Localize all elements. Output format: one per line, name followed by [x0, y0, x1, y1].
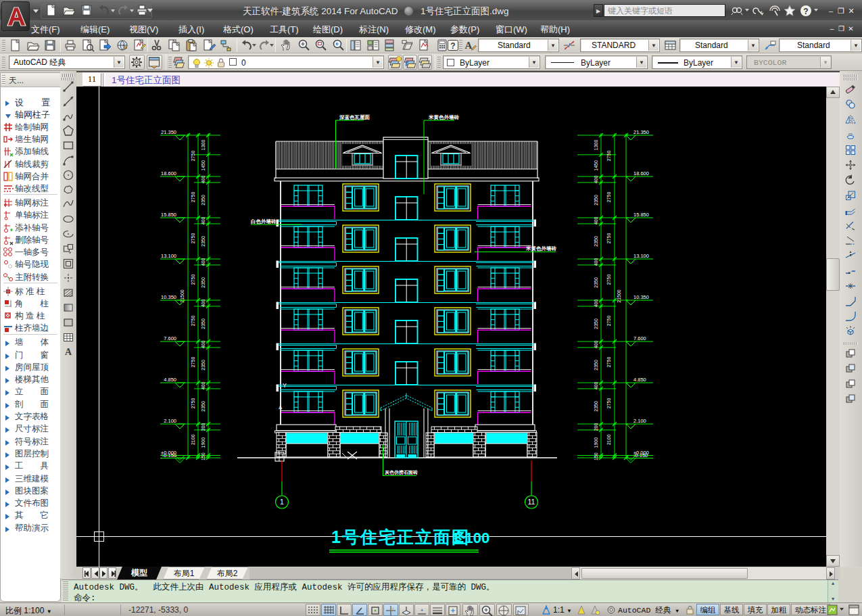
svg-text:2350: 2350: [594, 360, 598, 371]
svg-text:1:100: 1:100: [452, 529, 489, 546]
svg-text:2750: 2750: [191, 398, 195, 409]
svg-text:2750: 2750: [606, 275, 611, 285]
svg-text:18.600: 18.600: [161, 170, 176, 176]
svg-text:A: A: [465, 40, 473, 51]
svg-text:2750: 2750: [191, 316, 195, 327]
svg-text:2750: 2750: [191, 192, 195, 203]
svg-text:米黄色外墙砖: 米黄色外墙砖: [525, 245, 557, 252]
svg-text:2100: 2100: [191, 434, 195, 445]
svg-text:21500: 21500: [617, 289, 621, 303]
svg-text:150: 150: [594, 452, 598, 460]
svg-text:2100: 2100: [606, 434, 611, 445]
svg-text:1900: 1900: [594, 437, 598, 448]
svg-text:400: 400: [594, 300, 598, 308]
svg-text:400: 400: [201, 176, 206, 184]
svg-text:400: 400: [594, 176, 598, 184]
svg-text:400: 400: [594, 382, 598, 390]
svg-text:深蓝色瓦屋面: 深蓝色瓦屋面: [339, 114, 370, 120]
svg-text:2750: 2750: [606, 357, 611, 368]
svg-text:21.350: 21.350: [633, 129, 649, 135]
svg-text:Δ: Δ: [279, 404, 283, 410]
svg-text:2750: 2750: [191, 275, 195, 285]
svg-text:10.350: 10.350: [161, 294, 176, 300]
svg-text:2750: 2750: [191, 357, 195, 368]
svg-text:4.850: 4.850: [164, 377, 176, 383]
svg-text:2350: 2350: [201, 401, 206, 412]
svg-text:2.100: 2.100: [633, 418, 646, 424]
svg-text:21.350: 21.350: [161, 129, 176, 135]
svg-text:400: 400: [201, 300, 206, 308]
svg-text:400: 400: [201, 217, 206, 225]
svg-text:11: 11: [528, 498, 535, 506]
svg-text:200: 200: [201, 423, 206, 431]
svg-text:2350: 2350: [201, 277, 206, 288]
svg-text:150: 150: [201, 452, 206, 460]
svg-text:灰色仿捞石面砖: 灰色仿捞石面砖: [384, 470, 418, 475]
svg-text:2750: 2750: [606, 233, 611, 244]
svg-text:2350: 2350: [594, 401, 598, 412]
svg-text:15.850: 15.850: [633, 212, 649, 218]
svg-text:7.600: 7.600: [633, 335, 646, 341]
svg-text:2350: 2350: [594, 236, 598, 247]
svg-text:-0.150: -0.150: [633, 452, 648, 458]
svg-text:2350: 2350: [594, 318, 598, 329]
svg-text:1450: 1450: [201, 160, 206, 171]
svg-text:7.600: 7.600: [164, 335, 176, 341]
svg-text:?: ?: [450, 41, 455, 51]
svg-text:2350: 2350: [594, 277, 598, 288]
svg-text:400: 400: [201, 341, 206, 349]
svg-text:2750: 2750: [606, 151, 611, 162]
svg-text:1300: 1300: [594, 140, 598, 151]
svg-text:2350: 2350: [201, 195, 206, 206]
svg-text:2350: 2350: [594, 195, 598, 206]
svg-text:400: 400: [594, 217, 598, 225]
svg-text:Y: Y: [283, 382, 287, 389]
svg-text:2750: 2750: [606, 398, 611, 409]
svg-text:2350: 2350: [201, 318, 206, 329]
svg-text:1300: 1300: [201, 140, 206, 151]
svg-text:1450: 1450: [594, 160, 598, 171]
svg-text:1: 1: [280, 498, 284, 506]
svg-text:13.100: 13.100: [633, 253, 649, 259]
svg-text:1900: 1900: [201, 437, 206, 448]
svg-text:2750: 2750: [606, 316, 611, 327]
svg-text:白色外墙砖: 白色外墙砖: [251, 218, 277, 224]
svg-text:2350: 2350: [201, 236, 206, 247]
svg-text:400: 400: [594, 258, 598, 266]
svg-text:米黄色外墙砖: 米黄色外墙砖: [428, 114, 460, 120]
svg-text:400: 400: [594, 341, 598, 349]
svg-text:?: ?: [803, 7, 808, 16]
svg-text:18.600: 18.600: [633, 170, 649, 176]
svg-text:200: 200: [594, 423, 598, 431]
svg-text:2750: 2750: [606, 192, 611, 203]
svg-text:+: +: [421, 607, 424, 613]
svg-text:A: A: [65, 347, 72, 357]
svg-text:2750: 2750: [191, 233, 195, 244]
svg-text:1号住宅正立面图: 1号住宅正立面图: [331, 527, 470, 546]
svg-text:400: 400: [201, 258, 206, 266]
svg-text:2350: 2350: [201, 360, 206, 371]
svg-text:2.100: 2.100: [164, 418, 176, 424]
svg-text:15.850: 15.850: [161, 212, 176, 218]
svg-text:10.350: 10.350: [633, 294, 649, 300]
svg-text:-0.150: -0.150: [162, 452, 176, 458]
svg-text:2750: 2750: [191, 151, 195, 162]
svg-text:4.850: 4.850: [633, 377, 646, 383]
svg-text:400: 400: [201, 382, 206, 390]
svg-text:13.100: 13.100: [161, 253, 176, 259]
